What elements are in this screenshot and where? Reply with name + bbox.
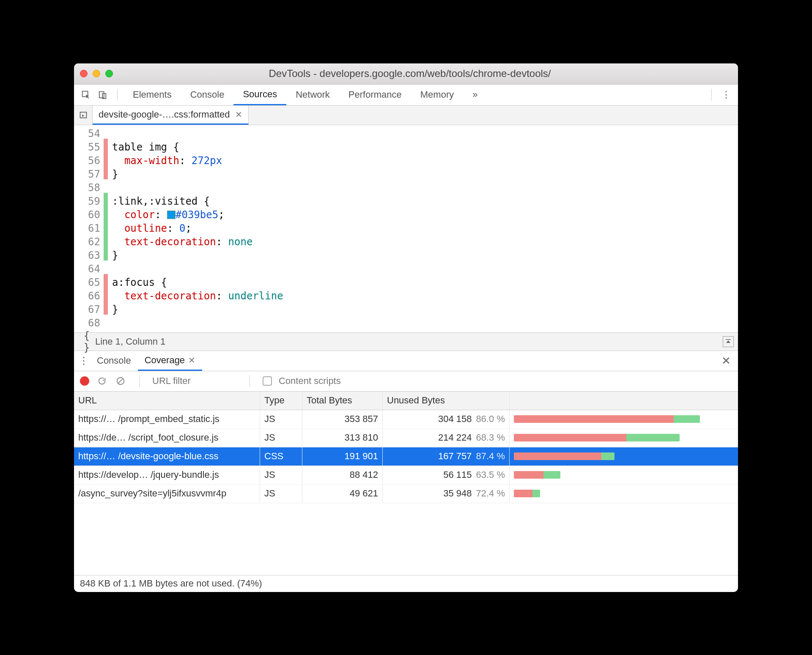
zoom-window-button[interactable] bbox=[105, 70, 113, 77]
drawer-menu-icon[interactable]: ⋮ bbox=[77, 355, 90, 367]
reload-icon[interactable] bbox=[96, 376, 108, 386]
line-gutter: 545556575859606162636465666768 bbox=[74, 125, 104, 332]
coverage-gutter bbox=[104, 125, 108, 332]
table-row[interactable]: https://de… /script_foot_closure.jsJS313… bbox=[74, 429, 738, 447]
col-total[interactable]: Total Bytes bbox=[302, 392, 383, 410]
tab-memory[interactable]: Memory bbox=[411, 85, 463, 105]
source-editor[interactable]: 545556575859606162636465666768 table img… bbox=[74, 125, 738, 332]
clear-icon[interactable] bbox=[115, 376, 126, 386]
table-row[interactable]: https://develop… /jquery-bundle.jsJS88 4… bbox=[74, 466, 738, 485]
svg-rect-1 bbox=[99, 92, 104, 98]
file-tabstrip: devsite-google-….css:formatted ✕ bbox=[74, 106, 738, 125]
close-drawer-icon[interactable]: ✕ bbox=[718, 354, 735, 367]
toggle-sidebar-icon[interactable] bbox=[723, 336, 734, 347]
divider bbox=[250, 375, 250, 387]
pretty-print-icon[interactable]: { } bbox=[78, 330, 95, 354]
col-type[interactable]: Type bbox=[260, 392, 302, 410]
coverage-summary: 848 KB of 1.1 MB bytes are not used. (74… bbox=[80, 578, 262, 589]
settings-menu-icon[interactable]: ⋮ bbox=[718, 86, 735, 103]
devtools-window: DevTools - developers.google.com/web/too… bbox=[74, 63, 738, 592]
close-window-button[interactable] bbox=[80, 70, 88, 77]
col-bar bbox=[510, 392, 738, 410]
close-drawer-tab-icon[interactable]: ✕ bbox=[188, 355, 195, 365]
coverage-table: URL Type Total Bytes Unused Bytes https:… bbox=[74, 392, 738, 575]
cursor-position: Line 1, Column 1 bbox=[95, 336, 165, 347]
table-row[interactable]: https://… /devsite-google-blue.cssCSS191… bbox=[74, 447, 738, 466]
drawer-tab-console[interactable]: Console bbox=[90, 351, 138, 371]
svg-rect-4 bbox=[726, 339, 731, 340]
editor-statusbar: { } Line 1, Column 1 bbox=[74, 332, 738, 351]
content-scripts-checkbox[interactable] bbox=[263, 376, 272, 386]
show-navigator-icon[interactable] bbox=[74, 106, 93, 125]
divider bbox=[711, 89, 712, 101]
divider bbox=[117, 89, 118, 101]
url-filter-input[interactable] bbox=[152, 375, 237, 386]
traffic-lights bbox=[80, 70, 113, 77]
tab-sources[interactable]: Sources bbox=[233, 85, 286, 105]
table-header-row: URL Type Total Bytes Unused Bytes bbox=[74, 392, 738, 410]
code-content: table img { max-width: 272px} :link,:vis… bbox=[108, 125, 283, 332]
tabs-overflow-button[interactable]: » bbox=[463, 85, 487, 105]
titlebar: DevTools - developers.google.com/web/too… bbox=[74, 63, 738, 85]
minimize-window-button[interactable] bbox=[93, 70, 100, 77]
tab-network[interactable]: Network bbox=[286, 85, 339, 105]
table-row[interactable]: /async_survey?site=ylj5ifxusvvmr4pJS49 6… bbox=[74, 485, 738, 503]
col-unused[interactable]: Unused Bytes bbox=[383, 392, 510, 410]
drawer-tabstrip: ⋮ ConsoleCoverage✕ ✕ bbox=[74, 351, 738, 371]
main-tabstrip: ElementsConsoleSourcesNetworkPerformance… bbox=[74, 85, 738, 106]
record-button[interactable] bbox=[80, 376, 89, 386]
drawer-tab-coverage[interactable]: Coverage✕ bbox=[138, 351, 202, 371]
table-row[interactable]: https://… /prompt_embed_static.jsJS353 8… bbox=[74, 410, 738, 429]
file-tab[interactable]: devsite-google-….css:formatted ✕ bbox=[93, 106, 249, 125]
coverage-toolbar: Content scripts bbox=[74, 371, 738, 392]
col-url[interactable]: URL bbox=[74, 392, 260, 410]
svg-rect-3 bbox=[80, 112, 86, 118]
file-tab-label: devsite-google-….css:formatted bbox=[99, 109, 230, 120]
divider bbox=[139, 375, 140, 387]
close-tab-icon[interactable]: ✕ bbox=[235, 110, 242, 120]
inspect-icon[interactable] bbox=[77, 86, 94, 103]
coverage-footer: 848 KB of 1.1 MB bytes are not used. (74… bbox=[74, 575, 738, 592]
tab-elements[interactable]: Elements bbox=[123, 85, 181, 105]
tab-console[interactable]: Console bbox=[181, 85, 234, 105]
content-scripts-label: Content scripts bbox=[279, 375, 341, 386]
tab-performance[interactable]: Performance bbox=[339, 85, 411, 105]
window-title: DevTools - developers.google.com/web/too… bbox=[113, 68, 732, 79]
device-toggle-icon[interactable] bbox=[94, 86, 111, 103]
